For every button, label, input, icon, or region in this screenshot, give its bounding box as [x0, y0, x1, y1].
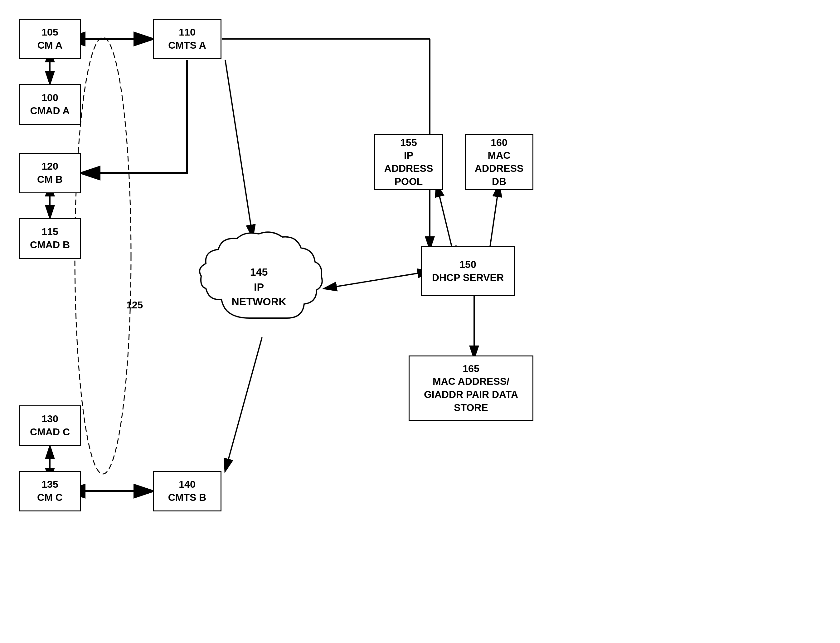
box-cm-a-id: 105 — [41, 26, 58, 39]
box-cmts-a: 110 CMTS A — [153, 19, 221, 59]
box-cmad-c: 130 CMAD C — [19, 405, 81, 446]
box-cmad-c-label: CMAD C — [30, 426, 70, 439]
box-ip-pool-label: IP ADDRESS POOL — [384, 149, 433, 188]
box-cm-c-label: CM C — [37, 491, 63, 504]
diagram: 105 CM A 110 CMTS A 100 CMAD A 120 CM B … — [0, 0, 840, 643]
box-cm-a-label: CM A — [38, 39, 63, 52]
box-cm-b: 120 CM B — [19, 153, 81, 193]
box-mac-db-label: MAC ADDRESS DB — [475, 149, 523, 188]
box-cmts-b-label: CMTS B — [168, 491, 206, 504]
box-cmad-b-label: CMAD B — [30, 238, 70, 251]
svg-point-5 — [75, 38, 131, 474]
svg-line-8 — [334, 271, 430, 287]
box-cm-c-id: 135 — [41, 478, 58, 491]
box-cm-b-id: 120 — [41, 160, 58, 173]
box-dhcp-server: 150 DHCP SERVER — [421, 246, 515, 296]
box-ip-pool-id: 155 — [400, 136, 417, 149]
cloud-ip-network-id: 145 — [250, 266, 268, 278]
box-cmad-b: 115 CMAD B — [19, 218, 81, 259]
box-dhcp-label: DHCP SERVER — [432, 271, 504, 284]
box-cmts-a-label: CMTS A — [168, 39, 206, 52]
box-cmts-b-id: 140 — [179, 478, 195, 491]
box-cmad-a-label: CMAD A — [30, 104, 70, 118]
box-cmts-b: 140 CMTS B — [153, 471, 221, 511]
box-mac-store-label: MAC ADDRESS/ GIADDR PAIR DATA STORE — [424, 375, 518, 414]
cloud-ip-network: 145 IP NETWORK — [193, 228, 324, 346]
box-mac-address-db: 160 MAC ADDRESS DB — [465, 134, 533, 190]
box-dhcp-id: 150 — [459, 258, 476, 271]
svg-line-6 — [225, 60, 253, 237]
box-mac-db-id: 160 — [491, 136, 507, 149]
box-cmad-a: 100 CMAD A — [19, 84, 81, 125]
svg-line-9 — [437, 184, 452, 249]
label-125: 125 — [126, 299, 143, 311]
box-cmad-c-id: 130 — [41, 413, 58, 426]
box-mac-store-id: 165 — [462, 362, 479, 375]
box-cm-b-label: CM B — [37, 173, 63, 186]
svg-line-7 — [225, 338, 262, 471]
box-cmad-b-id: 115 — [41, 225, 58, 238]
svg-line-10 — [490, 184, 499, 249]
box-cm-c: 135 CM C — [19, 471, 81, 511]
box-cmts-a-id: 110 — [179, 26, 195, 39]
box-ip-address-pool: 155 IP ADDRESS POOL — [374, 134, 443, 190]
cloud-ip-network-label: IP NETWORK — [232, 281, 286, 307]
box-cmad-a-id: 100 — [41, 91, 58, 104]
box-mac-store: 165 MAC ADDRESS/ GIADDR PAIR DATA STORE — [409, 356, 533, 421]
box-cm-a: 105 CM A — [19, 19, 81, 59]
arrows-svg — [0, 0, 840, 643]
